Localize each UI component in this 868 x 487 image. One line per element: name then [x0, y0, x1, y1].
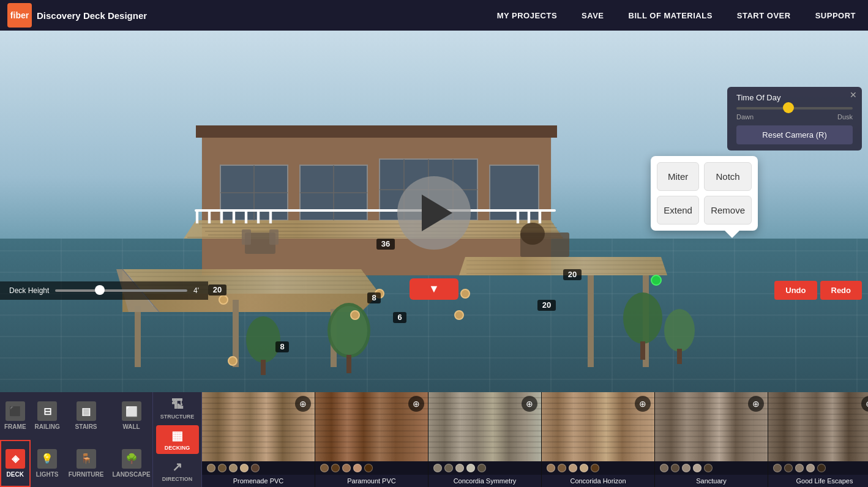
svg-point-73 [331, 306, 367, 355]
svg-rect-78 [640, 341, 645, 360]
svg-rect-66 [195, 209, 556, 212]
redo-button[interactable]: Redo [820, 281, 862, 300]
material-img-concordia-symmetry: ⊕ [428, 392, 541, 461]
tool-deck[interactable]: ◈ DECK [0, 440, 31, 488]
reset-camera-button[interactable]: Reset Camera (R) [736, 125, 853, 144]
deck-height-slider[interactable] [55, 289, 187, 292]
play-button[interactable] [397, 176, 471, 250]
tool-stairs-label: STAIRS [75, 423, 97, 430]
tool-stairs[interactable]: ▤ STAIRS [64, 392, 108, 440]
cat-structure-label: STRUCTURE [160, 414, 195, 420]
color-dot[interactable] [364, 464, 373, 472]
color-dot[interactable] [444, 464, 453, 472]
color-dot[interactable] [218, 464, 226, 472]
material-img-concordia-horizon: ⊕ [542, 392, 654, 461]
railing-icon: ⊟ [37, 401, 57, 421]
color-dot[interactable] [229, 464, 238, 472]
extend-button[interactable]: Extend [657, 196, 699, 225]
color-dot[interactable] [580, 464, 588, 472]
viewport[interactable]: 36 20 20 8 6 8 20 Miter Notch Extend [0, 31, 868, 395]
svg-text:8: 8 [372, 293, 376, 302]
cat-decking-label: DECKING [165, 445, 190, 451]
logo-icon: fiber [7, 3, 32, 28]
material-colors-concordia-symmetry [428, 461, 541, 475]
tool-furniture[interactable]: 🪑 FURNITURE [64, 440, 108, 488]
notch-button[interactable]: Notch [704, 162, 752, 191]
color-dot[interactable] [693, 464, 702, 472]
svg-text:36: 36 [381, 239, 390, 248]
color-dot[interactable] [558, 464, 566, 472]
undo-redo-group: Undo Redo [774, 281, 862, 300]
category-panel: 🏗 STRUCTURE ▦ DECKING ↗ DIRECTION [153, 392, 202, 487]
tool-lights[interactable]: 💡 LIGHTS [31, 440, 64, 488]
material-card-paramount-pvc[interactable]: ⊕ Paramount PVC [315, 392, 428, 487]
material-zoom-promenade-pvc[interactable]: ⊕ [295, 396, 311, 412]
color-dot[interactable] [320, 464, 329, 472]
cat-structure[interactable]: 🏗 STRUCTURE [156, 395, 199, 423]
color-dot[interactable] [817, 464, 826, 472]
deck-height-thumb[interactable] [95, 285, 105, 295]
material-zoom-paramount-pvc[interactable]: ⊕ [408, 396, 424, 412]
material-colors-concordia-horizon [542, 461, 654, 475]
svg-rect-57 [208, 211, 211, 223]
color-dot[interactable] [660, 464, 668, 472]
material-card-concordia-symmetry[interactable]: ⊕ Concordia Symmetry [428, 392, 542, 487]
nav-save[interactable]: SAVE [582, 11, 604, 20]
material-card-promenade-pvc[interactable]: ⊕ Promenade PVC [202, 392, 315, 487]
chevron-down-button[interactable]: ▼ [410, 278, 458, 300]
color-dot[interactable] [331, 464, 340, 472]
decking-icon: ▦ [171, 428, 183, 443]
color-dot[interactable] [240, 464, 249, 472]
nav-my-projects[interactable]: MY PROJECTS [497, 11, 557, 20]
remove-button[interactable]: Remove [704, 196, 752, 225]
color-dot[interactable] [433, 464, 442, 472]
color-dot[interactable] [806, 464, 815, 472]
svg-point-95 [651, 275, 661, 285]
svg-rect-56 [196, 211, 198, 223]
color-dot[interactable] [342, 464, 351, 472]
miter-button[interactable]: Miter [657, 162, 699, 191]
material-card-sanctuary[interactable]: ⊕ Sanctuary [655, 392, 768, 487]
color-dot[interactable] [455, 464, 464, 472]
color-dot[interactable] [795, 464, 804, 472]
color-dot[interactable] [773, 464, 782, 472]
tool-landscape[interactable]: 🌳 LANDSCAPE [108, 440, 154, 488]
svg-rect-65 [517, 211, 519, 223]
nav-bill-of-materials[interactable]: BILL OF MATERIALS [629, 11, 713, 20]
cat-decking[interactable]: ▦ DECKING [156, 425, 199, 454]
nav-start-over[interactable]: START OVER [737, 11, 791, 20]
time-slider-thumb[interactable] [783, 102, 794, 113]
cat-direction-label: DIRECTION [162, 476, 193, 482]
svg-rect-61 [257, 211, 260, 223]
material-card-good-life-escapes[interactable]: ⊕ Good Life Escapes [768, 392, 868, 487]
color-dot[interactable] [784, 464, 793, 472]
color-dot[interactable] [466, 464, 475, 472]
material-zoom-concordia-horizon[interactable]: ⊕ [635, 396, 651, 412]
header: fiber Discovery Deck Designer MY PROJECT… [0, 0, 868, 31]
color-dot[interactable] [353, 464, 362, 472]
color-dot[interactable] [547, 464, 555, 472]
material-name-concordia-horizon: Concorida Horizon [542, 475, 654, 487]
tool-railing[interactable]: ⊟ RAILING [31, 392, 64, 440]
color-dot[interactable] [591, 464, 599, 472]
color-dot[interactable] [704, 464, 713, 472]
color-dot[interactable] [671, 464, 679, 472]
undo-button[interactable]: Undo [774, 281, 817, 300]
color-dot[interactable] [569, 464, 577, 472]
bottom-toolbar: ⬛ FRAME ⊟ RAILING ▤ STAIRS ⬜ WALL ◈ DECK… [0, 392, 868, 487]
time-close-button[interactable]: ✕ [850, 90, 857, 100]
direction-icon: ↗ [172, 459, 182, 474]
material-zoom-sanctuary[interactable]: ⊕ [748, 396, 764, 412]
nav-support[interactable]: SUPPORT [815, 11, 856, 20]
cat-direction[interactable]: ↗ DIRECTION [156, 456, 199, 485]
svg-rect-63 [539, 211, 541, 223]
tool-wall[interactable]: ⬜ WALL [108, 392, 154, 440]
color-dot[interactable] [207, 464, 215, 472]
time-slider-track[interactable] [736, 107, 853, 110]
material-zoom-concordia-symmetry[interactable]: ⊕ [522, 396, 537, 412]
tool-frame[interactable]: ⬛ FRAME [0, 392, 31, 440]
color-dot[interactable] [251, 464, 260, 472]
color-dot[interactable] [682, 464, 690, 472]
material-card-concordia-horizon[interactable]: ⊕ Concorida Horizon [542, 392, 655, 487]
color-dot[interactable] [477, 464, 486, 472]
